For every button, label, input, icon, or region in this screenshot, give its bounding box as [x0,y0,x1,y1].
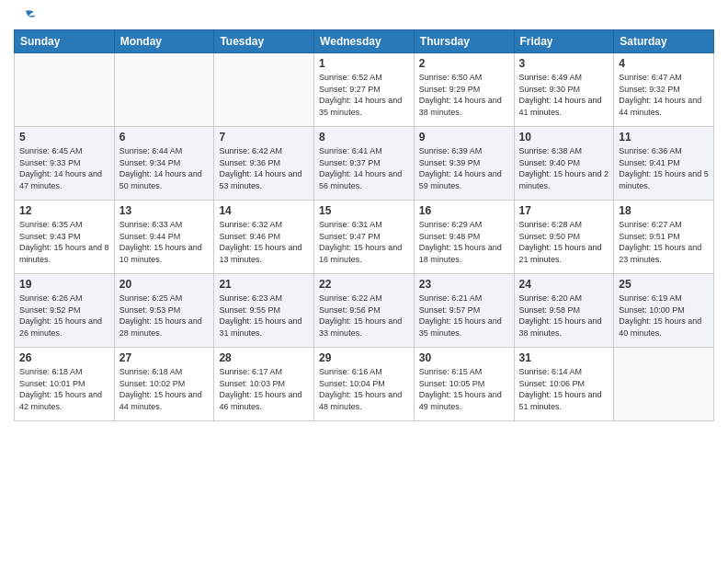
weekday-header-thursday: Thursday [414,30,514,53]
day-info: Sunrise: 6:47 AM Sunset: 9:32 PM Dayligh… [619,72,709,118]
calendar-cell: 1Sunrise: 6:52 AM Sunset: 9:27 PM Daylig… [314,53,415,127]
day-info: Sunrise: 6:35 AM Sunset: 9:43 PM Dayligh… [19,219,109,265]
logo-bird-icon [16,9,36,26]
day-info: Sunrise: 6:23 AM Sunset: 9:55 PM Dayligh… [219,293,309,339]
day-number: 15 [319,204,409,217]
calendar-table: SundayMondayTuesdayWednesdayThursdayFrid… [14,29,714,421]
day-number: 23 [419,278,509,291]
calendar-cell: 25Sunrise: 6:19 AM Sunset: 10:00 PM Dayl… [614,274,714,348]
day-info: Sunrise: 6:31 AM Sunset: 9:47 PM Dayligh… [319,219,409,265]
day-number: 30 [419,351,509,364]
calendar-cell: 3Sunrise: 6:49 AM Sunset: 9:30 PM Daylig… [514,53,614,127]
day-number: 25 [619,278,709,291]
calendar-cell: 15Sunrise: 6:31 AM Sunset: 9:47 PM Dayli… [314,201,415,274]
day-number: 20 [119,278,210,291]
day-number: 9 [419,131,509,144]
calendar-cell: 22Sunrise: 6:22 AM Sunset: 9:56 PM Dayli… [314,274,415,348]
day-number: 26 [19,351,109,364]
day-info: Sunrise: 6:32 AM Sunset: 9:46 PM Dayligh… [219,219,309,265]
day-info: Sunrise: 6:33 AM Sunset: 9:44 PM Dayligh… [119,219,210,265]
calendar-week-row: 12Sunrise: 6:35 AM Sunset: 9:43 PM Dayli… [15,201,714,274]
calendar-cell: 6Sunrise: 6:44 AM Sunset: 9:34 PM Daylig… [114,127,214,201]
weekday-header-saturday: Saturday [614,30,714,53]
day-info: Sunrise: 6:38 AM Sunset: 9:40 PM Dayligh… [519,145,609,191]
calendar-header-row: SundayMondayTuesdayWednesdayThursdayFrid… [15,30,714,53]
calendar-cell: 29Sunrise: 6:16 AM Sunset: 10:04 PM Dayl… [314,348,415,421]
calendar-cell: 19Sunrise: 6:26 AM Sunset: 9:52 PM Dayli… [15,274,115,348]
calendar-cell: 12Sunrise: 6:35 AM Sunset: 9:43 PM Dayli… [15,201,115,274]
calendar-cell: 27Sunrise: 6:18 AM Sunset: 10:02 PM Dayl… [114,348,214,421]
day-info: Sunrise: 6:50 AM Sunset: 9:29 PM Dayligh… [419,72,509,118]
calendar-cell: 14Sunrise: 6:32 AM Sunset: 9:46 PM Dayli… [214,201,314,274]
calendar-week-row: 1Sunrise: 6:52 AM Sunset: 9:27 PM Daylig… [15,53,714,127]
day-number: 4 [619,57,709,70]
logo [14,9,36,22]
calendar-cell: 4Sunrise: 6:47 AM Sunset: 9:32 PM Daylig… [614,53,714,127]
calendar-cell: 21Sunrise: 6:23 AM Sunset: 9:55 PM Dayli… [214,274,314,348]
day-info: Sunrise: 6:52 AM Sunset: 9:27 PM Dayligh… [319,72,409,118]
day-info: Sunrise: 6:44 AM Sunset: 9:34 PM Dayligh… [119,145,210,191]
day-info: Sunrise: 6:41 AM Sunset: 9:37 PM Dayligh… [319,145,409,191]
calendar-cell: 17Sunrise: 6:28 AM Sunset: 9:50 PM Dayli… [514,201,614,274]
day-number: 6 [119,131,210,144]
day-number: 14 [219,204,309,217]
calendar-cell: 11Sunrise: 6:36 AM Sunset: 9:41 PM Dayli… [614,127,714,201]
calendar-week-row: 5Sunrise: 6:45 AM Sunset: 9:33 PM Daylig… [15,127,714,201]
day-number: 7 [219,131,309,144]
weekday-header-sunday: Sunday [15,30,115,53]
calendar-cell: 20Sunrise: 6:25 AM Sunset: 9:53 PM Dayli… [114,274,214,348]
day-number: 11 [619,131,709,144]
calendar-cell: 30Sunrise: 6:15 AM Sunset: 10:05 PM Dayl… [414,348,514,421]
day-info: Sunrise: 6:20 AM Sunset: 9:58 PM Dayligh… [519,293,609,339]
calendar-cell [614,348,714,421]
calendar-cell: 18Sunrise: 6:27 AM Sunset: 9:51 PM Dayli… [614,201,714,274]
day-number: 5 [19,131,109,144]
weekday-header-wednesday: Wednesday [314,30,415,53]
calendar-cell: 28Sunrise: 6:17 AM Sunset: 10:03 PM Dayl… [214,348,314,421]
day-number: 13 [119,204,210,217]
header [14,9,714,22]
calendar-cell: 9Sunrise: 6:39 AM Sunset: 9:39 PM Daylig… [414,127,514,201]
day-number: 3 [519,57,609,70]
weekday-header-friday: Friday [514,30,614,53]
calendar-cell: 31Sunrise: 6:14 AM Sunset: 10:06 PM Dayl… [514,348,614,421]
day-info: Sunrise: 6:22 AM Sunset: 9:56 PM Dayligh… [319,293,409,339]
calendar-cell [15,53,115,127]
calendar-cell: 26Sunrise: 6:18 AM Sunset: 10:01 PM Dayl… [15,348,115,421]
calendar-week-row: 19Sunrise: 6:26 AM Sunset: 9:52 PM Dayli… [15,274,714,348]
day-info: Sunrise: 6:15 AM Sunset: 10:05 PM Daylig… [419,366,509,412]
day-number: 27 [119,351,210,364]
day-number: 10 [519,131,609,144]
calendar-cell: 23Sunrise: 6:21 AM Sunset: 9:57 PM Dayli… [414,274,514,348]
day-number: 29 [319,351,409,364]
day-number: 2 [419,57,509,70]
day-info: Sunrise: 6:36 AM Sunset: 9:41 PM Dayligh… [619,145,709,191]
day-number: 28 [219,351,309,364]
calendar-cell: 2Sunrise: 6:50 AM Sunset: 9:29 PM Daylig… [414,53,514,127]
day-number: 16 [419,204,509,217]
day-info: Sunrise: 6:16 AM Sunset: 10:04 PM Daylig… [319,366,409,412]
day-number: 21 [219,278,309,291]
day-number: 18 [619,204,709,217]
day-info: Sunrise: 6:19 AM Sunset: 10:00 PM Daylig… [619,293,709,339]
day-info: Sunrise: 6:25 AM Sunset: 9:53 PM Dayligh… [119,293,210,339]
day-number: 1 [319,57,409,70]
day-number: 17 [519,204,609,217]
calendar-cell: 10Sunrise: 6:38 AM Sunset: 9:40 PM Dayli… [514,127,614,201]
day-info: Sunrise: 6:45 AM Sunset: 9:33 PM Dayligh… [19,145,109,191]
day-info: Sunrise: 6:39 AM Sunset: 9:39 PM Dayligh… [419,145,509,191]
calendar-cell: 16Sunrise: 6:29 AM Sunset: 9:48 PM Dayli… [414,201,514,274]
page: SundayMondayTuesdayWednesdayThursdayFrid… [0,0,728,563]
day-number: 12 [19,204,109,217]
calendar-cell: 5Sunrise: 6:45 AM Sunset: 9:33 PM Daylig… [15,127,115,201]
day-info: Sunrise: 6:49 AM Sunset: 9:30 PM Dayligh… [519,72,609,118]
day-info: Sunrise: 6:29 AM Sunset: 9:48 PM Dayligh… [419,219,509,265]
day-number: 22 [319,278,409,291]
calendar-cell: 8Sunrise: 6:41 AM Sunset: 9:37 PM Daylig… [314,127,415,201]
day-number: 31 [519,351,609,364]
calendar-cell: 13Sunrise: 6:33 AM Sunset: 9:44 PM Dayli… [114,201,214,274]
day-info: Sunrise: 6:28 AM Sunset: 9:50 PM Dayligh… [519,219,609,265]
calendar-cell [214,53,314,127]
day-info: Sunrise: 6:18 AM Sunset: 10:01 PM Daylig… [19,366,109,412]
day-info: Sunrise: 6:42 AM Sunset: 9:36 PM Dayligh… [219,145,309,191]
